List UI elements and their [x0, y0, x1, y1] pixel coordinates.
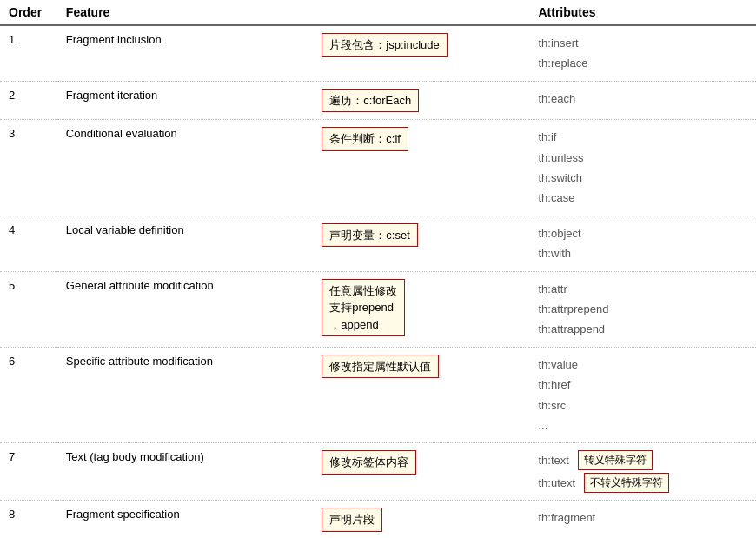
feature-text: General attribute modification [66, 277, 214, 292]
annotation-box: 修改标签体内容 [322, 450, 416, 475]
order-number: 7 [9, 450, 15, 463]
table-row: 1Fragment inclusion片段包含：jsp:includeth:in… [0, 25, 756, 81]
order-number: 4 [9, 223, 15, 236]
tooltip-box: 不转义特殊字符 [584, 473, 669, 493]
feature-cell: Fragment specification [57, 501, 313, 538]
annotation-box: 条件判断：c:if [322, 127, 408, 151]
annotation-cell: 修改标签体内容 [313, 443, 529, 501]
feature-cell: General attribute modification [57, 271, 313, 347]
annotation-box: 遍历：c:forEach [322, 89, 419, 113]
annotation-box: 声明片段 [322, 508, 382, 532]
annotation-cell: 条件判断：c:if [313, 120, 529, 216]
feature-cell: Local variable definition [57, 216, 313, 271]
attr-item: th:switch [538, 168, 747, 188]
annotation-cell: 片段包含：jsp:include [313, 25, 529, 81]
order-cell: 7 [0, 443, 57, 501]
annotation-cell: 修改指定属性默认值 [313, 347, 529, 443]
annotation-cell: 任意属性修改 支持prepend ，append [313, 271, 529, 347]
col-header-annotation [313, 0, 529, 25]
feature-text: Fragment specification [66, 506, 180, 521]
attr-item: th:src [538, 395, 747, 415]
feature-cell: Text (tag body modification) [57, 443, 313, 501]
feature-cell: Fragment iteration [57, 81, 313, 120]
attr-list: th:insertth:replace [538, 33, 747, 74]
table-row: 8Fragment specification声明片段th:fragment [0, 501, 756, 538]
order-number: 5 [9, 279, 15, 292]
order-cell: 3 [0, 120, 57, 216]
attr-name: th:text [538, 450, 568, 470]
attr-list: th:each [538, 89, 747, 109]
attr-item: th:case [538, 188, 747, 208]
feature-text: Specific attribute modification [66, 353, 213, 368]
attr-item: th:insert [538, 33, 747, 53]
attr-item: th:object [538, 223, 747, 243]
feature-cell: Conditional evaluation [57, 120, 313, 216]
order-cell: 2 [0, 81, 57, 120]
table-row: 5General attribute modification任意属性修改 支持… [0, 271, 756, 347]
order-cell: 5 [0, 271, 57, 347]
table-row: 4Local variable definition声明变量：c:setth:o… [0, 216, 756, 271]
tooltip-box: 转义特殊字符 [578, 450, 653, 470]
feature-text: Conditional evaluation [66, 125, 177, 140]
col-header-order: Order [0, 0, 57, 25]
attr-item: th:value [538, 355, 747, 375]
attr-list: th:objectth:with [538, 223, 747, 264]
attr-item: th:href [538, 375, 747, 395]
order-cell: 1 [0, 25, 57, 81]
attr-item: ... [538, 415, 747, 435]
annotation-box: 声明变量：c:set [322, 223, 417, 248]
attr-list: th:valueth:hrefth:src... [538, 355, 747, 436]
feature-text: Text (tag body modification) [66, 448, 204, 463]
attr-item: th:with [538, 243, 747, 263]
col-header-attributes: Attributes [529, 0, 756, 25]
attr-item: th:attrprepend [538, 299, 747, 319]
attr-item: th:replace [538, 53, 747, 73]
attributes-cell: th:valueth:hrefth:src... [529, 347, 756, 443]
annotation-cell: 声明片段 [313, 501, 529, 538]
annotation-box: 任意属性修改 支持prepend ，append [322, 279, 405, 337]
attr-item: th:attrappend [538, 319, 747, 339]
attr-list: th:ifth:unlessth:switchth:case [538, 127, 747, 209]
attr-item: th:unless [538, 148, 747, 168]
order-cell: 8 [0, 501, 57, 538]
attributes-cell: th:objectth:with [529, 216, 756, 271]
attr-item: th:each [538, 89, 747, 109]
annotation-box: 修改指定属性默认值 [322, 355, 439, 379]
attributes-cell: th:text转义特殊字符th:utext不转义特殊字符 [529, 443, 756, 501]
feature-text: Local variable definition [66, 222, 184, 236]
annotation-box: 片段包含：jsp:include [322, 33, 447, 57]
col-header-feature: Feature [57, 0, 313, 25]
feature-text: Fragment iteration [66, 87, 158, 102]
order-cell: 6 [0, 347, 57, 443]
attr-name: th:utext [538, 473, 575, 493]
attributes-cell: th:each [529, 81, 756, 120]
annotation-cell: 遍历：c:forEach [313, 81, 529, 120]
table-row: 3Conditional evaluation条件判断：c:ifth:ifth:… [0, 120, 756, 216]
order-number: 3 [9, 127, 15, 140]
attr-list: th:fragment [538, 508, 747, 528]
table-row: 7Text (tag body modification)修改标签体内容th:t… [0, 443, 756, 501]
order-number: 6 [9, 355, 15, 368]
order-number: 1 [9, 33, 15, 46]
attr-tooltip-row: th:utext不转义特殊字符 [538, 473, 747, 493]
attr-with-tooltip-container: th:text转义特殊字符th:utext不转义特殊字符 [538, 450, 747, 493]
attr-tooltip-row: th:text转义特殊字符 [538, 450, 747, 470]
table-row: 6Specific attribute modification修改指定属性默认… [0, 347, 756, 443]
attributes-cell: th:ifth:unlessth:switchth:case [529, 120, 756, 216]
attr-item: th:fragment [538, 508, 747, 528]
attributes-cell: th:fragment [529, 501, 756, 538]
order-number: 2 [9, 89, 15, 102]
feature-cell: Fragment inclusion [57, 25, 313, 81]
attributes-cell: th:insertth:replace [529, 25, 756, 81]
attr-item: th:attr [538, 279, 747, 299]
annotation-cell: 声明变量：c:set [313, 216, 529, 271]
order-number: 8 [9, 508, 15, 521]
table-row: 2Fragment iteration遍历：c:forEachth:each [0, 81, 756, 120]
attributes-cell: th:attrth:attrprependth:attrappend [529, 271, 756, 347]
feature-text: Fragment inclusion [66, 31, 162, 46]
attr-item: th:if [538, 127, 747, 147]
order-cell: 4 [0, 216, 57, 271]
feature-cell: Specific attribute modification [57, 347, 313, 443]
attr-list: th:attrth:attrprependth:attrappend [538, 279, 747, 340]
